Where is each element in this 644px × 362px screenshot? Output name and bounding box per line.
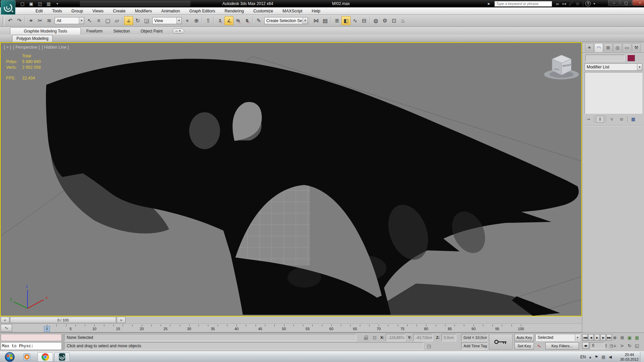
network-icon[interactable]: ▤ (601, 355, 605, 359)
menu-item-maxscript[interactable]: MAXScript (278, 7, 307, 15)
key-filters-button[interactable]: Key Filters... (545, 342, 579, 350)
language-indicator[interactable]: EN (580, 355, 586, 359)
menu-item-tools[interactable]: Tools (48, 7, 67, 15)
menu-item-edit[interactable]: Edit (31, 7, 48, 15)
render-production-icon[interactable]: ♨ (398, 16, 408, 25)
dropdown-named-selection-sets[interactable]: Create Selection Se▼ (264, 17, 308, 24)
object-color-swatch[interactable] (627, 55, 635, 61)
ribbon-tab-freeform[interactable]: Freeform (81, 28, 108, 35)
set-key-button[interactable]: Set Key (515, 342, 534, 350)
command-tab-create[interactable]: ☀ (585, 43, 594, 52)
isolate-selection-icon[interactable]: ◳ (425, 342, 433, 350)
render-setup-icon[interactable]: ⚙ (380, 16, 389, 25)
curve-editor-icon[interactable]: ∿ (351, 16, 360, 25)
menu-item-rendering[interactable]: Rendering (220, 7, 249, 15)
viewcube[interactable]: LEFT FRONT (544, 55, 579, 79)
menu-item-help[interactable]: Help (307, 7, 325, 15)
search-history-arrow-icon[interactable]: ▶ (486, 2, 492, 5)
open-mini-curve-editor-button[interactable]: ∿ (1, 324, 12, 331)
show-desktop-button[interactable] (640, 352, 644, 362)
edit-named-selection-sets-icon[interactable]: ✎ (254, 16, 263, 25)
go-to-start-button[interactable]: |◀◀ (582, 334, 588, 341)
select-and-link-icon[interactable]: ⚭ (26, 16, 36, 25)
select-by-name-icon[interactable]: ≡ (94, 16, 103, 25)
auto-key-button[interactable]: Auto Key (515, 334, 534, 341)
perspective-viewport[interactable]: LEFT FRONT z y x [ + ] [ Perspective ] [… (0, 42, 582, 316)
menu-item-group[interactable]: Group (67, 7, 88, 15)
redo-icon[interactable]: ↷ (15, 16, 24, 25)
time-slider[interactable]: 0 / 100 (10, 317, 116, 323)
listener-splitter[interactable] (62, 334, 64, 350)
ribbon-minimize-button[interactable]: ▭ ▼ (173, 28, 184, 34)
selection-lock-icon[interactable] (362, 334, 370, 341)
new-scene-icon[interactable]: ▢ (19, 1, 26, 7)
select-object-icon[interactable]: ↖ (85, 16, 94, 25)
rectangular-selection-region-icon[interactable]: ▢ (103, 16, 112, 25)
menu-item-modifiers[interactable]: Modifiers (130, 7, 157, 15)
open-file-icon[interactable]: ▣ (28, 1, 35, 7)
viewport-menu-general[interactable]: [ + ] (4, 45, 11, 50)
dropdown-reference-coordinate-system[interactable]: View▼ (152, 17, 182, 24)
make-unique-icon[interactable]: ⋎ (608, 116, 616, 123)
viewport-menu-shading[interactable]: [ Hidden Line ] (42, 45, 69, 50)
taskbar-item-chrome[interactable] (38, 352, 53, 362)
pan-view-icon[interactable]: ↔↕ (611, 342, 619, 349)
command-tab-utilities[interactable]: ⚒ (632, 43, 641, 52)
select-and-uniform-scale-icon[interactable]: ◲ (142, 16, 151, 25)
search-input[interactable] (496, 2, 550, 6)
menu-item-customize[interactable]: Customize (249, 7, 278, 15)
x-coordinate-field[interactable]: -124,897cm (386, 334, 405, 341)
remove-modifier-icon[interactable]: ⊘ (618, 116, 626, 123)
previous-frame-arrow-button[interactable]: < (1, 317, 9, 323)
set-keys-button[interactable] (489, 334, 513, 350)
absolute-offset-mode-icon[interactable]: ⊡ (371, 334, 378, 341)
command-tab-modify[interactable]: ◠ (594, 43, 603, 52)
taskbar-clock[interactable]: 20:44 30.03.2012 (620, 352, 639, 362)
use-pivot-point-center-icon[interactable]: ⌖ (183, 16, 192, 25)
snaps-toggle-icon[interactable]: 3∩ (215, 16, 224, 25)
y-coordinate-field[interactable]: -43,716cm (413, 334, 433, 341)
favorites-icon[interactable]: ☆ (574, 1, 581, 6)
volume-icon[interactable]: ◀ (609, 355, 612, 359)
start-button[interactable] (2, 352, 17, 362)
application-menu-button[interactable] (1, 0, 15, 15)
communication-center-icon[interactable]: ☄ (568, 1, 574, 6)
layer-manager-icon[interactable]: ≣ (332, 16, 341, 25)
key-mode-toggle-button[interactable]: ◀▶ (582, 342, 589, 349)
command-tab-motion[interactable]: ◎ (613, 43, 622, 52)
zoom-all-icon[interactable]: ⊞ (619, 334, 626, 341)
search-icon[interactable]: ∞ (554, 1, 561, 6)
undo-icon[interactable]: ↶ (6, 16, 15, 25)
frame-spinner[interactable]: ▲▼ (605, 344, 607, 348)
spinner-snap-toggle-icon[interactable]: ⇅∩ (243, 16, 252, 25)
zoom-extents-selected-icon[interactable]: ▣ (626, 334, 633, 341)
add-time-tag[interactable]: Add Time Tag (461, 342, 487, 350)
save-file-icon[interactable]: ◫ (36, 1, 44, 7)
menu-item-views[interactable]: Views (88, 7, 108, 15)
close-button[interactable]: × (632, 0, 644, 6)
modifier-stack[interactable] (585, 72, 642, 114)
next-frame-button[interactable]: |▶ (600, 334, 606, 341)
key-filter-curve-icon[interactable]: ∿ (535, 342, 543, 350)
configure-modifier-sets-icon[interactable]: ▦ (629, 116, 637, 123)
track-bar[interactable]: ∿ 05101520253035404550556065707580859095… (0, 324, 582, 333)
taskbar-item-3ds-max[interactable] (54, 352, 70, 362)
menu-item-create[interactable]: Create (108, 7, 130, 15)
select-and-move-icon[interactable]: ↔↕ (124, 16, 133, 25)
object-name-field[interactable] (585, 55, 625, 61)
play-button[interactable]: ▶ (594, 334, 600, 341)
material-editor-icon[interactable]: ◍ (371, 16, 380, 25)
previous-frame-button[interactable]: ◀| (588, 334, 594, 341)
walk-through-icon[interactable]: ≻ (619, 342, 626, 349)
maximize-viewport-toggle-icon[interactable]: ◱ (633, 342, 641, 349)
angle-snap-toggle-icon[interactable]: ∠∩ (224, 16, 233, 25)
project-folder-icon[interactable]: ▥ (45, 1, 52, 7)
menu-item-animation[interactable]: Animation (157, 7, 185, 15)
taskbar-item-windows-media-player[interactable] (19, 352, 35, 362)
zoom-icon[interactable]: ⊕ (611, 334, 619, 341)
percent-snap-toggle-icon[interactable]: %∩ (233, 16, 243, 25)
orbit-icon[interactable]: ↻ (626, 342, 633, 349)
action-center-icon[interactable]: ⚑ (595, 355, 598, 359)
key-mode-dropdown[interactable]: Selected ▼ (535, 334, 580, 341)
select-and-manipulate-icon[interactable]: ⊕ (192, 16, 201, 25)
